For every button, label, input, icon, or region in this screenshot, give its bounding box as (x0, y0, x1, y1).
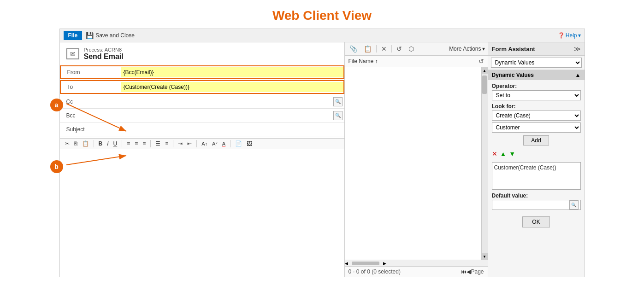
look-for-sub-select[interactable]: Customer (492, 122, 581, 133)
att-separator (376, 45, 377, 52)
bcc-field-row: Bcc 🔍 (60, 109, 344, 122)
attach-button[interactable]: 📎 (348, 44, 359, 53)
attachment-list: ▲ ▼ (345, 67, 488, 260)
insert-template-button[interactable]: 📄 (234, 140, 243, 147)
look-for-label: Look for: (492, 103, 581, 110)
fa-main-dropdown[interactable]: Dynamic Values (491, 58, 582, 68)
align-center-button[interactable]: ≡ (133, 140, 139, 147)
annotation-b: b (50, 160, 63, 173)
refresh-attach-button[interactable]: ↺ (395, 44, 404, 53)
ok-button[interactable]: OK (522, 216, 549, 227)
fa-value-list: Customer(Create (Case)) (492, 162, 581, 190)
attachment-scrollbar[interactable]: ▲ ▼ (481, 67, 488, 260)
from-value[interactable]: {Bcc(Email)} (121, 67, 343, 77)
cut-button[interactable]: ✂ (64, 140, 71, 147)
ordered-list-button[interactable]: ☰ (154, 140, 162, 147)
fa-collapse-icon: ▲ (575, 72, 581, 78)
operator-label: Operator: (492, 83, 581, 89)
from-field-row: From {Bcc(Email)} (60, 65, 344, 79)
horizontal-scrollbar[interactable]: ◀ ▶ (345, 260, 488, 266)
form-assistant-expand-button[interactable]: ≫ (574, 45, 581, 52)
subject-input[interactable] (120, 124, 344, 134)
attach-note-button[interactable]: 📋 (362, 44, 373, 53)
page-title: Web Client View (0, 0, 644, 29)
to-field-row: To {Customer(Create (Case))} (60, 80, 344, 94)
rte-separator-4 (173, 140, 173, 147)
delete-attachment-button[interactable]: ✕ (379, 44, 389, 53)
email-icon: ✉ (66, 48, 79, 59)
cc-lookup-button[interactable]: 🔍 (333, 97, 342, 106)
email-header: ✉ Process: ACRN8 Send Email (60, 42, 344, 63)
scroll-right-button[interactable]: ▶ (383, 261, 386, 266)
file-name-sort[interactable]: File Name ↑ (349, 58, 378, 64)
more-actions-button[interactable]: More Actions ▾ (449, 46, 484, 52)
look-for-group: Look for: Create (Case) Customer (492, 103, 581, 133)
save-icon: 💾 (86, 32, 94, 39)
fa-main-dropdown-row: Dynamic Values (488, 56, 585, 70)
to-value[interactable]: {Customer(Create (Case))} (121, 82, 343, 92)
scroll-thumb[interactable] (482, 76, 487, 94)
h-scroll-thumb[interactable] (352, 262, 379, 265)
default-value-input[interactable] (492, 201, 569, 209)
fa-section-header[interactable]: Dynamic Values ▲ (488, 70, 585, 80)
email-body[interactable] (60, 149, 344, 277)
help-link[interactable]: ❓ Help ▾ (558, 32, 581, 39)
rte-toolbar: ✂ ⎘ 📋 B I U ≡ ≡ ≡ ☰ ≡ (60, 138, 344, 149)
form-assistant-title: Form Assistant (492, 46, 535, 52)
rte-separator-1 (94, 140, 94, 147)
default-value-lookup-button[interactable]: 🔍 (569, 200, 579, 210)
annotation-a: a (50, 99, 63, 111)
operator-select[interactable]: Set to (492, 90, 581, 100)
font-color-button[interactable]: A (221, 140, 227, 147)
fa-delete-button[interactable]: ✕ (492, 150, 497, 157)
insert-image-button[interactable]: 🖼 (245, 140, 254, 147)
default-value-wrap: 🔍 (492, 200, 581, 210)
default-value-label: Default value: (492, 192, 581, 199)
bcc-lookup-button[interactable]: 🔍 (333, 111, 342, 120)
form-assistant-panel: Form Assistant ≫ Dynamic Values Dynamic … (488, 42, 585, 277)
prev-page-button[interactable]: ◀ (467, 268, 471, 275)
bold-button[interactable]: B (97, 140, 104, 147)
fa-move-down-button[interactable]: ▼ (509, 150, 515, 157)
refresh-file-list-button[interactable]: ↺ (479, 58, 484, 65)
scroll-up-button[interactable]: ▲ (482, 67, 488, 74)
font-size-up-button[interactable]: A↑ (200, 140, 209, 147)
attachment-panel: 📎 📋 ✕ ↺ ⬡ More Actions ▾ File Name (345, 42, 488, 277)
help-icon: ❓ (558, 32, 565, 39)
unordered-list-button[interactable]: ≡ (164, 140, 170, 147)
paste-button[interactable]: 📋 (81, 140, 90, 147)
scroll-left-button[interactable]: ◀ (345, 261, 348, 266)
underline-button[interactable]: U (112, 140, 119, 147)
rte-separator-6 (230, 140, 230, 147)
indent-button[interactable]: ⇥ (177, 140, 184, 147)
form-assistant-header: Form Assistant ≫ (488, 42, 585, 56)
scroll-down-button[interactable]: ▼ (482, 253, 488, 260)
align-left-button[interactable]: ≡ (125, 140, 131, 147)
export-button[interactable]: ⬡ (407, 44, 416, 53)
first-page-button[interactable]: ⏮ (461, 268, 467, 275)
fa-move-up-button[interactable]: ▲ (500, 150, 507, 157)
operator-group: Operator: Set to (492, 83, 581, 100)
bcc-label: Bcc (60, 112, 120, 119)
rte-separator-3 (150, 140, 151, 147)
look-for-select[interactable]: Create (Case) (492, 111, 581, 121)
default-value-group: Default value: 🔍 (492, 192, 581, 210)
page-label: Page (471, 268, 484, 275)
copy-button[interactable]: ⎘ (73, 140, 79, 147)
pagination-label: 0 - 0 of 0 (0 selected) (349, 268, 401, 275)
rte-separator-5 (196, 140, 197, 147)
more-actions-chevron: ▾ (482, 46, 485, 52)
email-form-fields: From {Bcc(Email)} To {Customer(Create (C… (60, 63, 344, 138)
align-right-button[interactable]: ≡ (141, 140, 147, 147)
bcc-input[interactable] (120, 111, 334, 121)
save-close-button[interactable]: 💾 Save and Close (86, 32, 135, 39)
cc-input[interactable] (120, 97, 334, 107)
italic-button[interactable]: I (106, 140, 110, 147)
rte-separator-2 (122, 140, 122, 147)
attachment-footer: 0 - 0 of 0 (0 selected) ⏮ ◀ Page (345, 266, 488, 277)
add-button[interactable]: Add (523, 135, 549, 146)
cc-field-row: Cc 🔍 (60, 95, 344, 109)
file-button[interactable]: File (64, 31, 83, 40)
font-size-down-button[interactable]: A° (211, 140, 219, 147)
outdent-button[interactable]: ⇤ (186, 140, 193, 147)
